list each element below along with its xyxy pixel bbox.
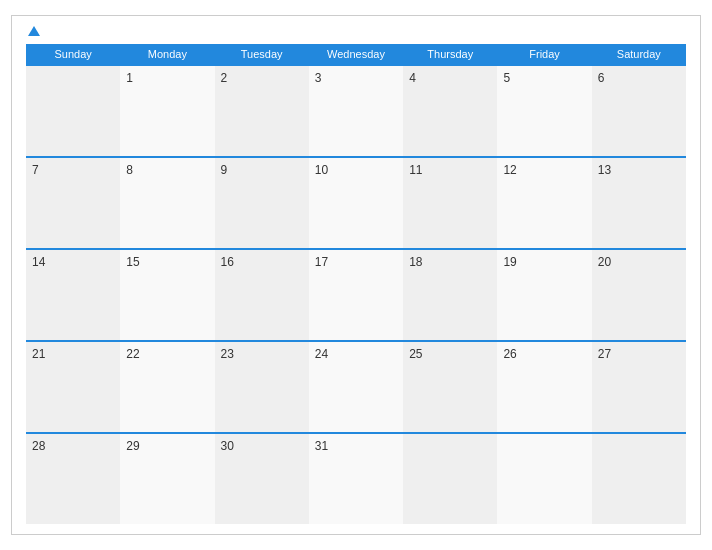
day-cell (403, 434, 497, 524)
day-cell: 10 (309, 158, 403, 248)
day-number: 28 (32, 439, 45, 453)
day-number: 8 (126, 163, 133, 177)
week-row-1: 78910111213 (26, 156, 686, 248)
day-header-friday: Friday (497, 44, 591, 64)
day-cell: 30 (215, 434, 309, 524)
day-cell: 20 (592, 250, 686, 340)
day-number: 27 (598, 347, 611, 361)
day-cell: 4 (403, 66, 497, 156)
day-number: 22 (126, 347, 139, 361)
day-cell (592, 434, 686, 524)
week-row-2: 14151617181920 (26, 248, 686, 340)
day-header-monday: Monday (120, 44, 214, 64)
day-cell: 14 (26, 250, 120, 340)
day-cell: 21 (26, 342, 120, 432)
day-number: 23 (221, 347, 234, 361)
day-number: 13 (598, 163, 611, 177)
day-number: 4 (409, 71, 416, 85)
day-number: 18 (409, 255, 422, 269)
day-number: 10 (315, 163, 328, 177)
day-number: 11 (409, 163, 422, 177)
day-number: 15 (126, 255, 139, 269)
day-cell: 18 (403, 250, 497, 340)
day-number: 19 (503, 255, 516, 269)
day-cell: 1 (120, 66, 214, 156)
day-cell: 5 (497, 66, 591, 156)
day-cell: 17 (309, 250, 403, 340)
day-header-thursday: Thursday (403, 44, 497, 64)
day-number: 2 (221, 71, 228, 85)
day-cell: 11 (403, 158, 497, 248)
day-cell: 9 (215, 158, 309, 248)
day-cell: 6 (592, 66, 686, 156)
day-cell: 3 (309, 66, 403, 156)
day-cell: 26 (497, 342, 591, 432)
day-number: 16 (221, 255, 234, 269)
day-cell: 16 (215, 250, 309, 340)
day-header-saturday: Saturday (592, 44, 686, 64)
week-row-3: 21222324252627 (26, 340, 686, 432)
day-cell: 12 (497, 158, 591, 248)
day-cell: 13 (592, 158, 686, 248)
calendar: SundayMondayTuesdayWednesdayThursdayFrid… (11, 15, 701, 535)
day-cell: 8 (120, 158, 214, 248)
day-header-wednesday: Wednesday (309, 44, 403, 64)
day-number: 6 (598, 71, 605, 85)
day-cell (26, 66, 120, 156)
day-number: 3 (315, 71, 322, 85)
day-number: 21 (32, 347, 45, 361)
day-number: 24 (315, 347, 328, 361)
day-cell: 27 (592, 342, 686, 432)
day-cell: 22 (120, 342, 214, 432)
day-number: 5 (503, 71, 510, 85)
day-cell: 31 (309, 434, 403, 524)
day-cell: 29 (120, 434, 214, 524)
day-number: 12 (503, 163, 516, 177)
day-number: 1 (126, 71, 133, 85)
day-cell: 24 (309, 342, 403, 432)
day-number: 7 (32, 163, 39, 177)
day-cell: 28 (26, 434, 120, 524)
day-number: 29 (126, 439, 139, 453)
day-headers-row: SundayMondayTuesdayWednesdayThursdayFrid… (26, 44, 686, 64)
day-cell: 23 (215, 342, 309, 432)
day-cell: 15 (120, 250, 214, 340)
logo (26, 26, 40, 36)
logo-triangle-icon (28, 26, 40, 36)
day-number: 14 (32, 255, 45, 269)
calendar-header (26, 26, 686, 36)
day-cell: 19 (497, 250, 591, 340)
weeks-container: 1234567891011121314151617181920212223242… (26, 64, 686, 524)
day-number: 20 (598, 255, 611, 269)
day-cell: 2 (215, 66, 309, 156)
day-header-sunday: Sunday (26, 44, 120, 64)
week-row-0: 123456 (26, 64, 686, 156)
day-number: 25 (409, 347, 422, 361)
day-number: 17 (315, 255, 328, 269)
day-number: 30 (221, 439, 234, 453)
week-row-4: 28293031 (26, 432, 686, 524)
day-header-tuesday: Tuesday (215, 44, 309, 64)
calendar-grid: SundayMondayTuesdayWednesdayThursdayFrid… (26, 44, 686, 524)
day-number: 9 (221, 163, 228, 177)
day-cell: 25 (403, 342, 497, 432)
day-cell: 7 (26, 158, 120, 248)
day-number: 26 (503, 347, 516, 361)
day-cell (497, 434, 591, 524)
day-number: 31 (315, 439, 328, 453)
